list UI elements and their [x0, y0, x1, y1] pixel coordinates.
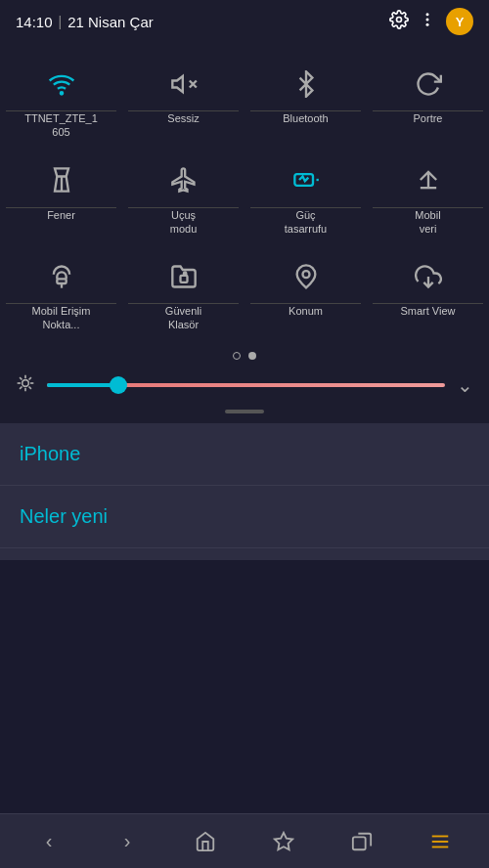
brightness-control: ⌄ [0, 366, 489, 406]
svg-rect-14 [180, 276, 187, 282]
smart-view-label: Smart View [400, 304, 455, 318]
list-item-iphone[interactable]: iPhone [0, 423, 489, 486]
secure-folder-label: GüvenliKlasör [165, 304, 201, 332]
status-time: 14:10 [16, 14, 53, 30]
bluetooth-icon [250, 65, 361, 111]
nav-bookmark-button[interactable] [264, 822, 303, 861]
browser-content: iPhone Neler yeni [0, 423, 489, 560]
svg-rect-13 [57, 279, 66, 283]
nav-menu-button[interactable] [421, 822, 460, 861]
bluetooth-label: Bluetooth [283, 111, 328, 125]
nav-back-button[interactable]: ‹ [29, 822, 68, 861]
wifi-label: TTNET_ZTE_1605 [24, 111, 98, 140]
svg-point-0 [397, 17, 402, 22]
status-sep: | [59, 14, 63, 29]
brightness-icon [16, 373, 35, 398]
airplane-label: Uçuşmodu [170, 208, 198, 237]
brightness-fill [47, 383, 118, 387]
brightness-thumb[interactable] [110, 376, 127, 394]
svg-point-2 [426, 18, 429, 21]
flashlight-label: Fener [47, 208, 75, 222]
hotspot-icon [6, 257, 116, 304]
smart-view-icon [373, 257, 483, 304]
quick-item-smart-view[interactable]: Smart View [367, 245, 489, 342]
expand-icon[interactable]: ⌄ [457, 373, 473, 397]
quick-settings-grid: TTNET_ZTE_1605 Sessiz Bluetooth Portre [0, 53, 489, 342]
hotspot-label: Mobil ErişimNokta... [32, 304, 91, 332]
battery-saver-icon [250, 161, 361, 208]
bottom-list: iPhone Neler yeni [0, 423, 489, 548]
svg-rect-27 [353, 837, 366, 849]
nav-forward-button[interactable]: › [108, 822, 147, 861]
user-avatar[interactable]: Y [446, 8, 473, 35]
location-icon [250, 257, 361, 304]
quick-item-hotspot[interactable]: Mobil ErişimNokta... [0, 245, 122, 342]
quick-item-silent[interactable]: Sessiz [122, 53, 244, 150]
quick-item-secure-folder[interactable]: GüvenliKlasör [122, 245, 244, 342]
svg-line-20 [20, 377, 22, 379]
nav-home-button[interactable] [186, 822, 225, 861]
quick-item-airplane[interactable]: Uçuşmodu [122, 150, 244, 246]
mobile-data-label: Mobilveri [415, 208, 440, 237]
list-item-neler-yeni[interactable]: Neler yeni [0, 486, 489, 548]
mobile-data-icon [373, 161, 483, 208]
quick-item-location[interactable]: Konum [244, 245, 367, 342]
quick-item-battery-saver[interactable]: Güçtasarrufu [244, 150, 367, 246]
status-left: 14:10 | 21 Nisan Çar [16, 14, 154, 30]
page-indicator [0, 342, 489, 366]
portrait-label: Portre [414, 111, 443, 125]
svg-point-17 [22, 379, 29, 386]
flashlight-icon [6, 161, 116, 208]
status-bar: 14:10 | 21 Nisan Çar Y [0, 0, 489, 43]
more-options-icon[interactable] [419, 11, 436, 33]
navigation-bar: ‹ › [0, 813, 489, 868]
svg-point-3 [426, 22, 429, 25]
list-item-neler-yeni-label: Neler yeni [20, 505, 108, 527]
status-icons: Y [389, 8, 473, 35]
quick-settings-panel: TTNET_ZTE_1605 Sessiz Bluetooth Portre [0, 43, 489, 423]
rotate-icon [373, 65, 483, 111]
drag-handle[interactable] [0, 406, 489, 419]
location-label: Konum [289, 304, 323, 318]
drag-handle-bar [225, 410, 264, 413]
quick-item-wifi[interactable]: TTNET_ZTE_1605 [0, 53, 122, 150]
secure-folder-icon [128, 257, 239, 304]
list-item-iphone-label: iPhone [20, 443, 80, 464]
battery-saver-label: Güçtasarrufu [285, 208, 327, 237]
status-date: 21 Nisan Çar [67, 14, 154, 30]
svg-marker-5 [172, 75, 183, 91]
settings-icon[interactable] [389, 10, 409, 34]
nav-tabs-button[interactable] [342, 822, 381, 861]
svg-marker-26 [275, 832, 292, 848]
svg-point-15 [302, 271, 309, 278]
volume-x-icon [128, 65, 239, 111]
airplane-icon [128, 161, 239, 208]
svg-line-25 [29, 377, 31, 379]
svg-point-4 [60, 92, 62, 94]
svg-line-24 [20, 386, 22, 388]
svg-line-21 [29, 386, 31, 388]
svg-point-1 [426, 13, 429, 16]
page-dot-1[interactable] [233, 352, 241, 360]
wifi-icon [6, 65, 116, 111]
brightness-slider[interactable] [47, 383, 445, 387]
page-dot-2[interactable] [248, 352, 256, 360]
quick-item-bluetooth[interactable]: Bluetooth [244, 53, 367, 150]
quick-item-mobile-data[interactable]: Mobilveri [367, 150, 489, 246]
silent-label: Sessiz [167, 111, 199, 125]
quick-item-portrait[interactable]: Portre [367, 53, 489, 150]
quick-item-flashlight[interactable]: Fener [0, 150, 122, 246]
